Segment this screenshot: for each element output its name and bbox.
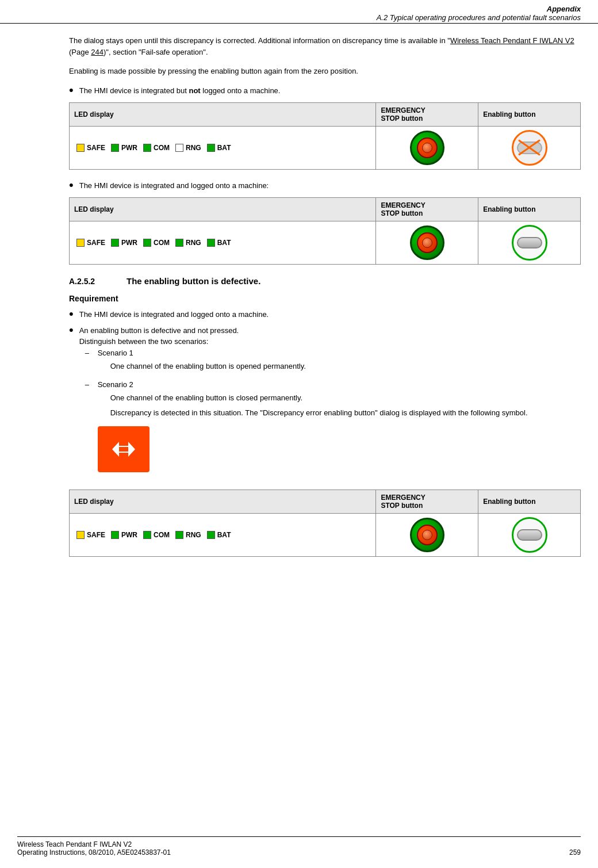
table1-col1-header: LED display bbox=[70, 102, 376, 126]
led-safe-label-1: SAFE bbox=[87, 144, 105, 152]
footer-line2: Operating Instructions, 08/2010, A5E0245… bbox=[17, 848, 171, 856]
estop-center-3 bbox=[422, 530, 432, 540]
table-row: SAFE PWR COM RNG bbox=[70, 514, 581, 557]
table2-col1-header: LED display bbox=[70, 197, 376, 221]
discrepancy-arrows-svg bbox=[106, 435, 141, 464]
led-rng-3: RNG bbox=[175, 531, 201, 539]
estop-button-2 bbox=[410, 225, 444, 260]
header-title1: Appendix bbox=[17, 5, 581, 13]
led-bat-label-2: BAT bbox=[217, 239, 231, 247]
intro-para2: Enabling is made possible by pressing th… bbox=[69, 66, 581, 77]
led-pwr-label-3: PWR bbox=[121, 531, 137, 539]
bullet-item-1: • The HMI device is integrated but not l… bbox=[69, 85, 581, 97]
estop-inner-2 bbox=[417, 232, 438, 253]
led-bat-box-2 bbox=[207, 239, 215, 247]
intro-link[interactable]: Wireless Teach Pendant F IWLAN V2 bbox=[450, 36, 574, 45]
led-com-2: COM bbox=[143, 239, 170, 247]
enable-pill-2 bbox=[517, 237, 542, 248]
enable-container-1 bbox=[483, 130, 576, 166]
led-pwr-box-1 bbox=[111, 144, 119, 152]
led-safe-box-1 bbox=[76, 144, 85, 152]
footer-line1: Wireless Teach Pendant F IWLAN V2 bbox=[17, 840, 171, 848]
led-rng-label-2: RNG bbox=[186, 239, 201, 247]
bullet-text-1: The HMI device is integrated but not log… bbox=[79, 85, 581, 97]
led-table-1: LED display EMERGENCYSTOP button Enablin… bbox=[69, 102, 581, 170]
table2-enable-cell bbox=[478, 221, 581, 264]
table1-led-cell: SAFE PWR COM RNG bbox=[70, 126, 376, 169]
led-bat-label-3: BAT bbox=[217, 531, 231, 539]
page-footer: Wireless Teach Pendant F IWLAN V2 Operat… bbox=[17, 836, 581, 856]
table2-estop-cell bbox=[376, 221, 478, 264]
req-bullet-2: • An enabling button is defective and no… bbox=[69, 325, 581, 484]
led-safe-box-3 bbox=[76, 531, 85, 539]
table3-col3-header: Enabling button bbox=[478, 490, 581, 514]
led-pwr-2: PWR bbox=[111, 239, 137, 247]
page-header: Appendix A.2 Typical operating procedure… bbox=[0, 0, 598, 24]
bullet-text-2: The HMI device is integrated and logged … bbox=[79, 180, 581, 192]
led-display-2: SAFE PWR COM RNG bbox=[74, 235, 371, 250]
bullet1-bold: not bbox=[189, 86, 200, 95]
led-table-3: LED display EMERGENCYSTOP button Enablin… bbox=[69, 490, 581, 557]
bullet-dot-2: • bbox=[69, 179, 74, 192]
table1-estop-cell bbox=[376, 126, 478, 169]
led-rng-label-3: RNG bbox=[186, 531, 201, 539]
bullet-item-2: • The HMI device is integrated and logge… bbox=[69, 180, 581, 192]
led-com-3: COM bbox=[143, 531, 170, 539]
enable-pill-3 bbox=[517, 529, 542, 541]
led-display-3: SAFE PWR COM RNG bbox=[74, 527, 371, 542]
enable-crossed-1 bbox=[512, 130, 547, 166]
led-pwr-label-1: PWR bbox=[121, 144, 137, 152]
led-bat-3: BAT bbox=[207, 531, 231, 539]
led-bat-box-1 bbox=[207, 144, 215, 152]
req-bullet-1: • The HMI device is integrated and logge… bbox=[69, 309, 581, 320]
table3-enable-cell bbox=[478, 514, 581, 557]
led-rng-box-3 bbox=[175, 531, 183, 539]
req-bullet-dot-2: • bbox=[69, 324, 74, 337]
estop-inner-3 bbox=[417, 525, 438, 545]
scenario2-detail: One channel of the enabling button is cl… bbox=[110, 392, 528, 404]
led-com-label-2: COM bbox=[154, 239, 170, 247]
led-safe-box-2 bbox=[76, 239, 85, 247]
estop-container-1 bbox=[381, 131, 473, 165]
scenario2-content: Scenario 2 One channel of the enabling b… bbox=[98, 379, 528, 481]
discrepancy-icon-box bbox=[98, 426, 150, 472]
scenario1-detail: One channel of the enabling button is op… bbox=[110, 361, 306, 372]
table1-col2-header: EMERGENCYSTOP button bbox=[376, 102, 478, 126]
page-link[interactable]: 244 bbox=[91, 48, 103, 56]
estop-center-1 bbox=[422, 143, 432, 153]
requirement-label: Requirement bbox=[69, 294, 581, 303]
led-bat-2: BAT bbox=[207, 239, 231, 247]
enable-normal-2 bbox=[512, 225, 547, 261]
scenario2-dash: – Scenario 2 One channel of the enabling… bbox=[85, 379, 581, 481]
estop-container-3 bbox=[381, 518, 473, 552]
led-table-2: LED display EMERGENCYSTOP button Enablin… bbox=[69, 197, 581, 265]
bullet-dot-1: • bbox=[69, 84, 74, 97]
led-pwr-3: PWR bbox=[111, 531, 137, 539]
section-title: The enabling button is defective. bbox=[126, 276, 260, 286]
led-com-1: COM bbox=[143, 144, 170, 152]
section-heading: A.2.5.2 The enabling button is defective… bbox=[69, 276, 581, 286]
enable-container-2 bbox=[483, 225, 576, 261]
req-distinguish-text: Distinguish between the two scenarios: bbox=[79, 337, 209, 346]
led-bat-box-3 bbox=[207, 531, 215, 539]
led-safe-label-2: SAFE bbox=[87, 239, 105, 247]
req-bullet-text-2: An enabling button is defective and not … bbox=[79, 325, 581, 484]
bullet1-text: The HMI device is integrated but bbox=[79, 86, 189, 95]
table2-col3-header: Enabling button bbox=[478, 197, 581, 221]
bullet1-text2: logged onto a machine. bbox=[201, 86, 281, 95]
led-safe-label-3: SAFE bbox=[87, 531, 105, 539]
led-com-box-2 bbox=[143, 239, 151, 247]
estop-button-1 bbox=[410, 131, 444, 165]
led-com-label-3: COM bbox=[154, 531, 170, 539]
sub-bullets: – Scenario 1 One channel of the enabling… bbox=[79, 347, 581, 481]
led-rng-1: RNG bbox=[175, 144, 201, 152]
arrows-cutout bbox=[119, 447, 128, 452]
led-safe-1: SAFE bbox=[76, 144, 105, 152]
table3-estop-cell bbox=[376, 514, 478, 557]
table2-col2-header: EMERGENCYSTOP button bbox=[376, 197, 478, 221]
estop-container-2 bbox=[381, 225, 473, 260]
req-bullet-dot-1: • bbox=[69, 308, 74, 320]
led-pwr-box-2 bbox=[111, 239, 119, 247]
dash1: – bbox=[85, 347, 92, 376]
led-rng-label-1: RNG bbox=[186, 144, 201, 152]
